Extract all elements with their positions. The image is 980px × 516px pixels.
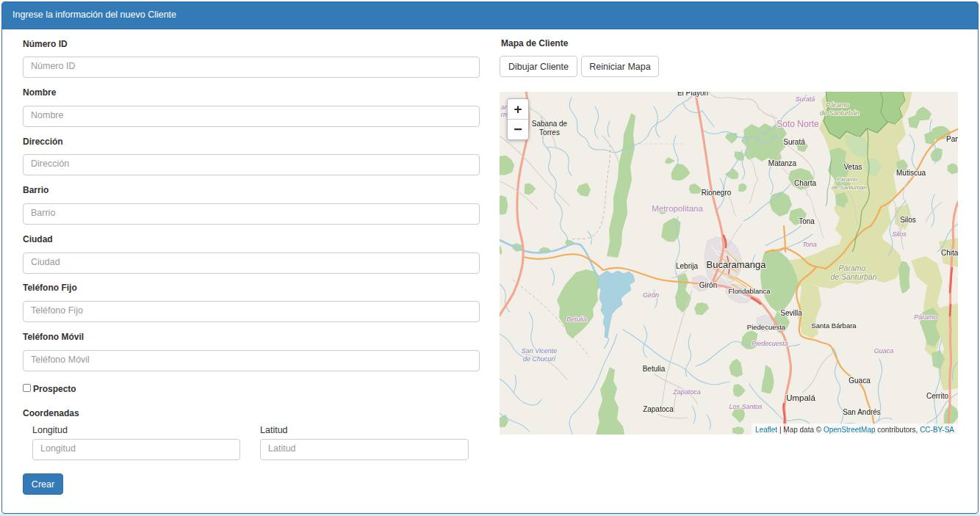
svg-text:Girón: Girón [699,281,717,289]
svg-text:Betulia: Betulia [566,316,587,323]
svg-text:Torres: Torres [539,128,560,137]
svg-text:Sevilla: Sevilla [780,309,802,317]
svg-text:rn: rn [501,111,507,118]
svg-text:Bucaramanga: Bucaramanga [707,259,767,270]
svg-text:Tona: Tona [799,217,815,225]
svg-text:Guaca: Guaca [849,377,871,385]
svg-text:de Santurbán: de Santurbán [832,184,868,191]
svg-text:Piedecuesta: Piedecuesta [747,323,786,331]
svg-text:Tona: Tona [802,241,817,248]
svg-text:Metropolitana: Metropolitana [652,204,703,213]
svg-text:Charta: Charta [794,179,816,187]
svg-text:de Santurbán: de Santurbán [820,109,860,117]
svg-text:Mutiscua: Mutiscua [896,169,926,177]
svg-text:Zapatoca: Zapatoca [643,405,674,413]
svg-text:Floridablanca: Floridablanca [728,287,771,295]
svg-text:Piedecuesta: Piedecuesta [752,340,788,347]
svg-text:Sabana de: Sabana de [532,120,568,128]
svg-text:Betulia: Betulia [643,365,666,373]
svg-text:Umpalá: Umpalá [786,393,815,402]
svg-text:Rionegro: Rionegro [702,189,732,197]
svg-text:Zapatoca: Zapatoca [672,388,701,396]
svg-text:Soto Norte: Soto Norte [777,119,819,129]
svg-text:El Playón: El Playón [677,92,708,97]
svg-text:Páramo: Páramo [826,101,849,109]
svg-text:Los Santos: Los Santos [729,403,763,410]
svg-text:Páramo: Páramo [914,313,937,321]
svg-text:Silos: Silos [892,230,907,238]
svg-text:Suratá: Suratá [796,95,815,103]
svg-text:Chitagá: Chitagá [941,249,958,257]
svg-text:Suratá: Suratá [783,138,805,146]
svg-text:Lebrija: Lebrija [676,262,698,270]
svg-text:Silos: Silos [900,216,916,224]
svg-text:Santa Bárbara: Santa Bárbara [811,321,857,330]
svg-text:de Chucurí: de Chucurí [523,355,557,363]
svg-text:Girón: Girón [643,291,659,299]
svg-text:Cerrito: Cerrito [926,392,948,400]
svg-text:Matanza: Matanza [768,159,797,167]
svg-text:Vetas: Vetas [843,163,862,171]
svg-text:Páramo: Páramo [837,176,858,183]
svg-text:San Vicente: San Vicente [522,347,557,355]
svg-text:Páramo: Páramo [839,264,866,272]
svg-text:de Santurbán: de Santurbán [830,272,876,281]
svg-text:Pamplona: Pamplona [946,135,958,143]
svg-text:San Andrés: San Andrés [843,408,881,416]
svg-text:Guaca: Guaca [874,347,894,355]
